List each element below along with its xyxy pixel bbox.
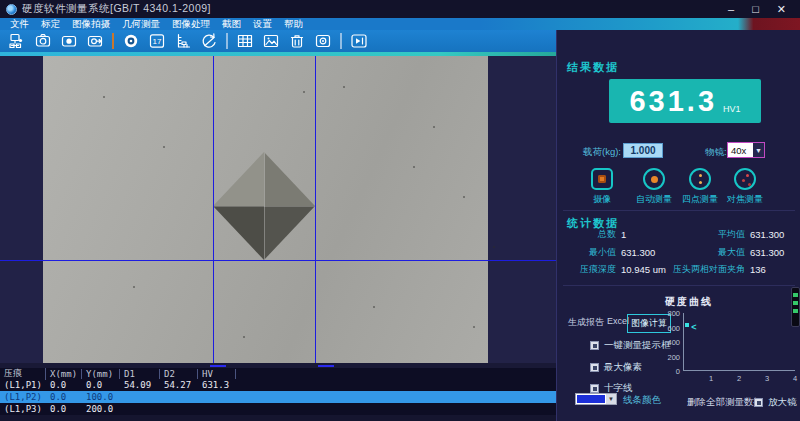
table-header: 压痕X(mm)Y(mm)D1D2HV	[0, 368, 556, 379]
y-tick-label: 800	[657, 309, 680, 318]
menu-item-5[interactable]: 图像处理	[166, 18, 216, 30]
divider	[563, 210, 795, 211]
data-point	[685, 323, 689, 327]
column-header[interactable]: 压痕	[0, 368, 46, 380]
menu-item-6[interactable]: 截图	[216, 18, 247, 30]
camera-capture-icon[interactable]	[58, 32, 79, 51]
column-header[interactable]: Y(mm)	[82, 369, 120, 379]
toolbar-separator	[112, 33, 114, 49]
checkbox-icon[interactable]	[590, 384, 599, 393]
app-icon	[6, 4, 17, 15]
stat-label: 总数	[571, 228, 616, 241]
calibration-icon[interactable]: 17	[146, 32, 167, 51]
table-row[interactable]: (L1,P3)0.0200.0	[0, 403, 556, 415]
stat-label: 最大值	[671, 246, 745, 259]
chart-plot-area	[683, 313, 795, 371]
load-label: 载荷(kg):	[583, 146, 621, 159]
column-header[interactable]: D1	[120, 369, 160, 379]
menu-bar: 文件标定图像拍摄几何测量图像处理截图设置帮助	[0, 18, 800, 30]
line-color-picker[interactable]: ▼	[575, 393, 617, 405]
grid-table-icon[interactable]	[234, 32, 255, 51]
table-row[interactable]: (L1,P1)0.00.054.0954.27631.3	[0, 379, 556, 391]
target-icon[interactable]	[120, 32, 141, 51]
camera-outline-icon[interactable]	[32, 32, 53, 51]
x-tick-label: 1	[703, 374, 719, 383]
level-indicator	[791, 287, 800, 327]
measure-button-3[interactable]: 四点测量	[676, 168, 724, 206]
stat-value: 631.300	[745, 247, 795, 258]
window-title: 硬度软件测量系统[GB/T 4340.1-2009]	[22, 2, 211, 16]
stat-value: 631.300	[745, 229, 795, 240]
close-button[interactable]: ✕	[777, 4, 786, 15]
measure-line-vertical-left[interactable]	[213, 56, 214, 363]
divider	[563, 285, 795, 286]
delete-all-button[interactable]: 删除全部测量数据	[687, 396, 763, 409]
menu-item-3[interactable]: 图像拍摄	[66, 18, 116, 30]
x-tick-label: 4	[787, 374, 800, 383]
magnifier-checkbox[interactable]: 放大镜	[754, 396, 797, 409]
menu-item-7[interactable]: 设置	[247, 18, 278, 30]
toolbar: 17	[0, 30, 556, 52]
stat-label: 最小值	[571, 246, 616, 259]
title-bar: 硬度软件测量系统[GB/T 4340.1-2009] – □ ✕	[0, 0, 800, 18]
objective-value: 40x	[728, 145, 753, 156]
column-header[interactable]: HV	[198, 369, 236, 379]
hardness-result-display: 631.3 HV1	[609, 79, 761, 123]
table-row[interactable]: (L1,P2)0.0100.0	[0, 391, 556, 403]
checkbox-icon[interactable]	[590, 341, 599, 350]
column-header[interactable]: X(mm)	[46, 369, 82, 379]
ruler-icon[interactable]	[172, 32, 193, 51]
objective-select[interactable]: 40x ▼	[727, 142, 765, 158]
load-input[interactable]: 1.000	[623, 143, 663, 158]
generate-report-button[interactable]: 生成报告	[565, 314, 607, 331]
y-tick-label: 600	[657, 324, 680, 333]
flow-import-icon[interactable]	[6, 32, 27, 51]
y-tick-label: 200	[657, 353, 680, 362]
camera-live-icon[interactable]	[84, 32, 105, 51]
menu-item-1[interactable]: 文件	[4, 18, 35, 30]
stat-value: 10.945 um	[616, 264, 671, 275]
y-tick-label: 0	[657, 367, 680, 376]
chevron-down-icon[interactable]: ▼	[606, 394, 616, 404]
measurement-table: 压痕X(mm)Y(mm)D1D2HV(L1,P1)0.00.054.0954.2…	[0, 368, 556, 415]
svg-text:17: 17	[152, 37, 161, 46]
rotate-icon[interactable]	[198, 32, 219, 51]
image-viewport[interactable]	[0, 56, 556, 363]
column-header[interactable]: D2	[160, 369, 198, 379]
toolbar-separator	[340, 33, 342, 49]
measure-button-1[interactable]: 摄像	[578, 168, 626, 206]
x-tick-label: 2	[731, 374, 747, 383]
menu-item-8[interactable]: 帮助	[278, 18, 309, 30]
export-icon[interactable]	[348, 32, 369, 51]
micrograph-image[interactable]	[43, 56, 488, 363]
menu-item-2[interactable]: 标定	[35, 18, 66, 30]
measure-line-vertical-right[interactable]	[315, 56, 316, 363]
menu-right-indicator	[738, 18, 800, 30]
trash-icon[interactable]	[286, 32, 307, 51]
y-tick-label: 400	[657, 338, 680, 347]
image-icon[interactable]	[260, 32, 281, 51]
checkbox-icon[interactable]	[754, 398, 763, 407]
measure-button-2[interactable]: 自动测量	[630, 168, 678, 206]
measure-button-4[interactable]: 对焦测量	[721, 168, 769, 206]
stat-label: 平均值	[671, 228, 745, 241]
x-tick-label: 3	[759, 374, 775, 383]
bottom-strip	[0, 415, 556, 421]
line-color-swatch	[577, 395, 605, 403]
objective-label: 物镜:	[705, 146, 727, 159]
stat-label: 压痕深度	[571, 263, 616, 276]
measure-line-horizontal[interactable]	[0, 260, 556, 261]
checkbox-icon[interactable]	[590, 363, 599, 372]
stat-label: 压头两相对面夹角	[671, 263, 745, 276]
app-window: 硬度软件测量系统[GB/T 4340.1-2009] – □ ✕ 文件标定图像拍…	[0, 0, 800, 421]
chevron-down-icon[interactable]: ▼	[753, 143, 764, 157]
minimize-button[interactable]: –	[728, 4, 734, 15]
option-checkbox-2[interactable]: 最大像素	[590, 361, 642, 374]
maximize-button[interactable]: □	[752, 4, 759, 15]
result-section-title: 结果数据	[567, 60, 619, 75]
chart-title: 硬度曲线	[665, 295, 713, 309]
record-icon[interactable]	[312, 32, 333, 51]
stat-value: 631.300	[616, 247, 671, 258]
hardness-value: 631.3	[629, 85, 717, 118]
menu-item-4[interactable]: 几何测量	[116, 18, 166, 30]
